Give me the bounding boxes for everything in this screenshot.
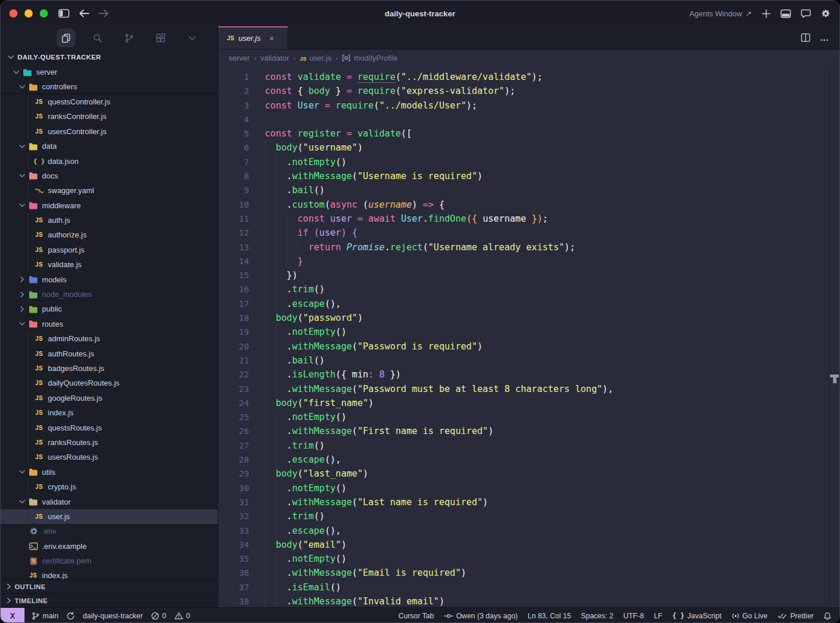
tree-folder-validator[interactable]: validator — [1, 494, 218, 509]
code-line-18[interactable]: 18 body("password") — [218, 311, 839, 325]
more-views-chevron-icon[interactable] — [183, 29, 201, 47]
tree-file-usersroutes-js[interactable]: JSusersRoutes.js — [1, 450, 218, 464]
statusbar-cursor-position[interactable]: Ln 83, Col 15 — [528, 612, 571, 620]
code-line-22[interactable]: 22 .isLength({ min: 8 }) — [218, 368, 839, 382]
code-line-28[interactable]: 28 .escape(), — [218, 453, 839, 467]
tree-file-userscontroller-js[interactable]: JSusersController.js — [1, 124, 218, 139]
code-line-25[interactable]: 25 .notEmpty() — [218, 410, 839, 424]
outline-section[interactable]: OUTLINE — [1, 579, 218, 593]
code-line-30[interactable]: 30 .notEmpty() — [218, 481, 839, 495]
code-line-34[interactable]: 34 body("email") — [218, 538, 839, 552]
tree-folder-server[interactable]: server — [1, 65, 218, 79]
code-line-10[interactable]: 10 .custom(async (username) => { — [218, 198, 839, 212]
tree-folder-data[interactable]: data — [1, 139, 218, 153]
code-line-13[interactable]: 13 return Promise.reject("Username alrea… — [218, 240, 839, 254]
code-line-6[interactable]: 6 body("username") — [218, 141, 839, 155]
tree-file-authroutes-js[interactable]: JSauthRoutes.js — [1, 346, 218, 360]
tree-folder-docs[interactable]: docs — [1, 169, 218, 183]
tree-file-user-js[interactable]: JSuser.js — [1, 509, 218, 524]
minimize-window-button[interactable] — [24, 9, 33, 18]
timeline-section[interactable]: TIMELINE — [1, 593, 218, 607]
tree-file-dailyquotesroutes-js[interactable]: JSdailyQuotesRoutes.js — [1, 376, 218, 390]
tree-file-auth-js[interactable]: JSauth.js — [1, 213, 218, 228]
more-actions-icon[interactable]: … — [820, 33, 830, 43]
code-line-17[interactable]: 17 .escape(), — [218, 297, 839, 311]
code-line-15[interactable]: 15 }) — [218, 268, 839, 282]
statusbar-git-blame[interactable]: Owen (3 days ago) — [444, 612, 518, 620]
editor-scrollbar[interactable] — [830, 66, 839, 607]
code-line-38[interactable]: 38 .withMessage("Invalid email") — [218, 594, 839, 607]
tab-close-icon[interactable]: × — [270, 34, 274, 43]
tree-file-adminroutes-js[interactable]: JSadminRoutes.js — [1, 331, 218, 346]
tree-file-swagger-yaml[interactable]: swagger.yaml — [1, 183, 218, 198]
statusbar-indentation[interactable]: Spaces: 2 — [581, 612, 614, 620]
statusbar-repo-name[interactable]: daily-quest-tracker — [83, 612, 143, 620]
chat-icon[interactable] — [801, 9, 811, 18]
code-line-33[interactable]: 33 .escape(), — [218, 524, 839, 538]
code-editor[interactable]: 1const validate = require("../middleware… — [218, 66, 839, 607]
code-line-35[interactable]: 35 .notEmpty() — [218, 552, 839, 566]
code-line-36[interactable]: 36 .withMessage("Email is required") — [218, 566, 839, 580]
statusbar-notifications-bell[interactable] — [824, 612, 831, 620]
search-icon[interactable] — [88, 29, 107, 47]
statusbar-error-count[interactable]: 0 — [151, 612, 166, 620]
tree-file-rankscontroller-js[interactable]: JSranksController.js — [1, 109, 218, 124]
tree-file-googleroutes-js[interactable]: JSgoogleRoutes.js — [1, 391, 218, 405]
agents-window-link[interactable]: Agents Window↗ — [690, 9, 752, 18]
code-line-16[interactable]: 16 .trim() — [218, 282, 839, 296]
breadcrumb-item-validator[interactable]: validator — [260, 54, 289, 62]
tree-file-ranksroutes-js[interactable]: JSranksRoutes.js — [1, 435, 218, 450]
settings-gear-icon[interactable] — [821, 9, 830, 18]
code-line-5[interactable]: 5const register = validate([ — [218, 127, 839, 141]
statusbar-encoding[interactable]: UTF-8 — [623, 612, 643, 620]
tree-folder-routes[interactable]: routes — [1, 317, 218, 331]
toggle-sidebar-icon[interactable] — [58, 9, 69, 18]
code-line-26[interactable]: 26 .withMessage("First name is required"… — [218, 424, 839, 438]
code-line-14[interactable]: 14 } — [218, 254, 839, 268]
code-line-19[interactable]: 19 .notEmpty() — [218, 325, 839, 339]
code-line-20[interactable]: 20 .withMessage("Password is required") — [218, 340, 839, 354]
split-editor-icon[interactable] — [801, 33, 810, 42]
code-line-9[interactable]: 9 .bail() — [218, 183, 839, 197]
code-line-23[interactable]: 23 .withMessage("Password must be at lea… — [218, 382, 839, 396]
forward-icon[interactable] — [99, 9, 109, 18]
explorer-icon[interactable] — [57, 29, 75, 47]
code-line-3[interactable]: 3const User = require("../models/User"); — [218, 99, 839, 113]
remote-indicator[interactable] — [1, 608, 24, 623]
statusbar-warning-count[interactable]: 0 — [174, 612, 190, 620]
close-window-button[interactable] — [9, 9, 18, 18]
maximize-window-button[interactable] — [40, 9, 48, 18]
code-line-32[interactable]: 32 .trim() — [218, 509, 839, 523]
tree-file-authorize-js[interactable]: JSauthorize.js — [1, 228, 218, 242]
tree-folder-controllers[interactable]: controllers — [1, 79, 218, 94]
code-line-31[interactable]: 31 .withMessage("Last name is required") — [218, 495, 839, 509]
tree-file-certificate-pem[interactable]: certificate.pem — [1, 554, 218, 568]
project-header[interactable]: DAILY-QUEST-TRACKER — [1, 50, 218, 65]
tree-file-validate-js[interactable]: JSvalidate.js — [1, 257, 218, 272]
code-line-37[interactable]: 37 .isEmail() — [218, 580, 839, 594]
code-line-27[interactable]: 27 .trim() — [218, 439, 839, 453]
breadcrumb-item-server[interactable]: server — [229, 54, 250, 62]
source-control-icon[interactable] — [120, 29, 138, 47]
panel-layout-icon[interactable] — [780, 9, 791, 18]
code-line-11[interactable]: 11 const user = await User.findOne({ use… — [218, 212, 839, 226]
statusbar-language-mode[interactable]: { }JavaScript — [672, 612, 721, 620]
code-line-12[interactable]: 12 if (user) { — [218, 226, 839, 240]
back-icon[interactable] — [79, 9, 89, 18]
tree-file--env[interactable]: .env — [1, 524, 218, 538]
tree-folder-public[interactable]: public — [1, 302, 218, 316]
tree-file-index-js[interactable]: JSindex.js — [1, 568, 218, 579]
statusbar-branch-indicator[interactable]: main — [32, 612, 58, 620]
tree-folder-middleware[interactable]: middleware — [1, 198, 218, 213]
breadcrumb-item-modifyprofile[interactable]: modifyProfile — [342, 54, 397, 62]
code-line-29[interactable]: 29 body("last_name") — [218, 467, 839, 481]
tree-file-passport-js[interactable]: JSpassport.js — [1, 243, 218, 257]
tree-file--env-example[interactable]: .env.example — [1, 539, 218, 554]
tree-folder-node-modules[interactable]: node_modules — [1, 287, 218, 302]
code-line-7[interactable]: 7 .notEmpty() — [218, 155, 839, 169]
scrollbar-handle[interactable] — [830, 374, 839, 384]
code-line-1[interactable]: 1const validate = require("../middleware… — [218, 70, 839, 84]
code-line-8[interactable]: 8 .withMessage("Username is required") — [218, 169, 839, 183]
statusbar-eol[interactable]: LF — [654, 612, 663, 620]
statusbar-sync-button[interactable] — [66, 612, 75, 620]
